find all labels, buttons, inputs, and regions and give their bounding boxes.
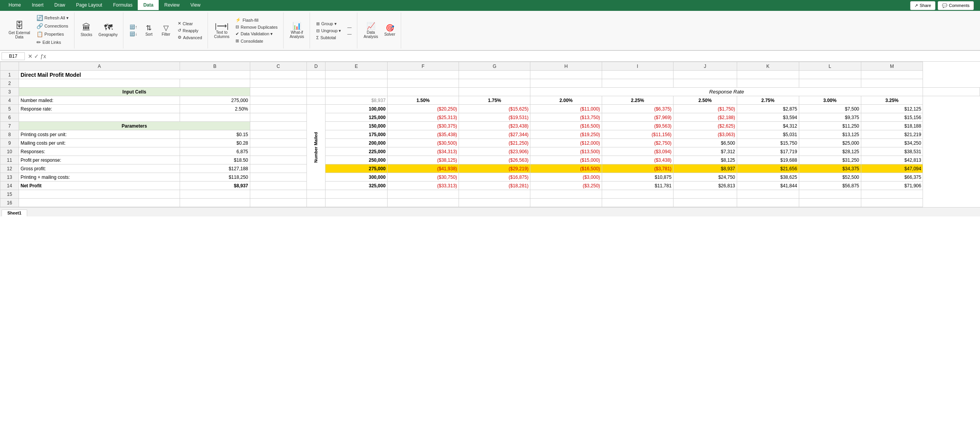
text-to-columns-button[interactable]: |⟶| Text toColumns: [212, 21, 232, 40]
cell-K4[interactable]: 2.75%: [737, 96, 799, 105]
cell-C5[interactable]: [250, 105, 306, 113]
cell-E8[interactable]: 175,000: [325, 130, 387, 139]
cell-E5[interactable]: 100,000: [325, 105, 387, 113]
subtotal-button[interactable]: Σ Subtotal: [314, 35, 343, 41]
tab-page-layout[interactable]: Page Layout: [71, 0, 107, 11]
formula-input[interactable]: [49, 53, 978, 60]
cell-M9[interactable]: $34,250: [861, 139, 923, 147]
sort-az-button[interactable]: 🔡↑: [127, 24, 140, 30]
cell-L13[interactable]: $52,500: [799, 173, 861, 182]
cell-M1[interactable]: [861, 71, 923, 79]
cell-K2[interactable]: [737, 79, 799, 88]
col-header-K[interactable]: K: [737, 62, 799, 71]
cell-K13[interactable]: $38,625: [737, 173, 799, 182]
cell-M5[interactable]: $12,125: [861, 105, 923, 113]
cell-C4[interactable]: [250, 96, 306, 105]
cell-B8[interactable]: $0.15: [180, 130, 250, 139]
stocks-button[interactable]: 🏛 Stocks: [78, 22, 95, 38]
cell-K8[interactable]: $5,031: [737, 130, 799, 139]
cell-F9[interactable]: ($30,500): [387, 139, 459, 147]
cell-E9[interactable]: 200,000: [325, 139, 387, 147]
cell-H14[interactable]: ($3,250): [530, 182, 602, 190]
cell-J16[interactable]: [673, 199, 737, 207]
cell-H10[interactable]: ($13,500): [530, 147, 602, 156]
group-button[interactable]: ⊞ Group ▾: [314, 21, 343, 27]
row-header-8[interactable]: 8: [0, 130, 19, 139]
cell-D16[interactable]: [306, 199, 325, 207]
cell-D15[interactable]: [306, 190, 325, 199]
cell-C1[interactable]: [250, 71, 306, 79]
cell-A9[interactable]: Mailing costs per unit:: [19, 139, 180, 147]
cell-A6[interactable]: [19, 113, 180, 122]
cell-C3[interactable]: [250, 88, 306, 96]
cell-B11[interactable]: $18.50: [180, 156, 250, 164]
ungroup-button[interactable]: ⊟ Ungroup ▾: [314, 28, 343, 34]
cell-L5[interactable]: $7,500: [799, 105, 861, 113]
cell-M3[interactable]: [923, 88, 980, 96]
cell-B15[interactable]: [180, 190, 250, 199]
cell-I11[interactable]: ($3,438): [602, 156, 673, 164]
row-header-7[interactable]: 7: [0, 122, 19, 130]
cell-M2[interactable]: [861, 79, 923, 88]
sheet-tab-1[interactable]: Sheet1: [2, 209, 27, 216]
cell-B5[interactable]: 2.50%: [180, 105, 250, 113]
cell-I5[interactable]: ($6,375): [602, 105, 673, 113]
cell-C15[interactable]: [250, 190, 306, 199]
cell-H9[interactable]: ($12,000): [530, 139, 602, 147]
cell-B12[interactable]: $127,188: [180, 164, 250, 173]
cell-C10[interactable]: [250, 147, 306, 156]
col-header-G[interactable]: G: [459, 62, 530, 71]
cell-E11[interactable]: 250,000: [325, 156, 387, 164]
col-header-M[interactable]: M: [861, 62, 923, 71]
tab-insert[interactable]: Insert: [26, 0, 49, 11]
row-header-5[interactable]: 5: [0, 105, 19, 113]
geography-button[interactable]: 🗺 Geography: [96, 22, 120, 38]
reapply-button[interactable]: ↺ Reapply: [175, 27, 204, 34]
cell-G2[interactable]: [459, 79, 530, 88]
cell-L9[interactable]: $25,000: [799, 139, 861, 147]
cell-G3[interactable]: [459, 88, 530, 96]
cell-H12[interactable]: ($16,500): [530, 164, 602, 173]
cell-F12[interactable]: ($41,938): [387, 164, 459, 173]
solver-button[interactable]: 🎯 Solver: [382, 23, 397, 38]
cell-L6[interactable]: $9,375: [799, 113, 861, 122]
cell-F4[interactable]: 1.50%: [387, 96, 459, 105]
cell-F10[interactable]: ($34,313): [387, 147, 459, 156]
cell-G16[interactable]: [459, 199, 530, 207]
row-header-10[interactable]: 10: [0, 147, 19, 156]
col-header-D[interactable]: D: [306, 62, 325, 71]
cell-F3[interactable]: [387, 88, 459, 96]
row-header-14[interactable]: 14: [0, 182, 19, 190]
refresh-all-button[interactable]: 🔄 Refresh All ▾: [34, 14, 71, 22]
cell-A13[interactable]: Printing + mailing costs:: [19, 173, 180, 182]
get-external-data-button[interactable]: 🗄 Get ExternalData: [6, 20, 33, 41]
col-header-L[interactable]: L: [799, 62, 861, 71]
advanced-button[interactable]: ⚙ Advanced: [175, 34, 204, 41]
what-if-analysis-button[interactable]: 📊 What-ifAnalysis: [287, 21, 306, 40]
cell-H13[interactable]: ($3,000): [530, 173, 602, 182]
cell-C14[interactable]: [250, 182, 306, 190]
cell-I15[interactable]: [602, 190, 673, 199]
properties-button[interactable]: 📋 Properties: [34, 30, 71, 38]
cell-M13[interactable]: $66,375: [861, 173, 923, 182]
cell-J4[interactable]: 2.50%: [673, 96, 737, 105]
cell-B9[interactable]: $0.28: [180, 139, 250, 147]
cell-B10[interactable]: 6,875: [180, 147, 250, 156]
remove-duplicates-button[interactable]: ⊟ Remove Duplicates: [233, 24, 280, 30]
cell-B16[interactable]: [180, 199, 250, 207]
cell-A1[interactable]: Direct Mail Profit Model: [19, 71, 250, 79]
cell-K12[interactable]: $21,656: [737, 164, 799, 173]
cell-A15[interactable]: [19, 190, 180, 199]
cell-A10[interactable]: Responses:: [19, 147, 180, 156]
cell-M16[interactable]: [861, 199, 923, 207]
cell-C9[interactable]: [250, 139, 306, 147]
cell-J1[interactable]: [673, 71, 737, 79]
cell-A8[interactable]: Printing costs per unit:: [19, 130, 180, 139]
cell-H15[interactable]: [530, 190, 602, 199]
row-header-2[interactable]: 2: [0, 79, 19, 88]
cell-F16[interactable]: [387, 199, 459, 207]
cell-E12[interactable]: 275,000: [325, 164, 387, 173]
cell-M11[interactable]: $42,813: [861, 156, 923, 164]
cell-C2[interactable]: [250, 79, 306, 88]
cell-K7[interactable]: $4,312: [737, 122, 799, 130]
